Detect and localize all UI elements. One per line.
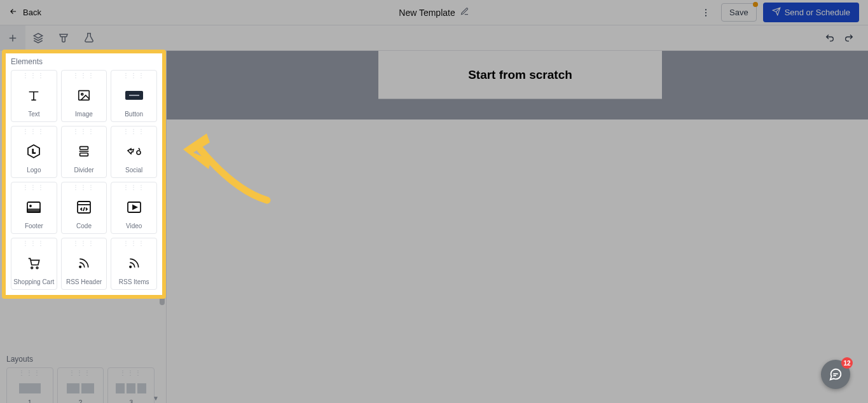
element-cart[interactable]: ⋮⋮⋮Shopping Cart — [11, 238, 57, 290]
chat-badge: 12 — [841, 357, 853, 369]
drag-handle-icon: ⋮⋮⋮ — [22, 73, 45, 79]
drag-handle-icon: ⋮⋮⋮ — [72, 241, 95, 247]
undo-button[interactable] — [821, 29, 839, 47]
layout-2col[interactable]: ⋮⋮⋮ 2 — [57, 367, 104, 403]
annotation-arrow — [172, 121, 280, 210]
send-label: Send or Schedule — [785, 8, 850, 17]
element-label: Code — [76, 222, 92, 233]
element-label: Button — [125, 111, 143, 121]
cart-icon — [27, 247, 41, 278]
element-rss[interactable]: ⋮⋮⋮RSS Items — [111, 238, 157, 290]
more-menu-icon[interactable] — [697, 4, 715, 22]
canvas-title-card: Start from scratch — [378, 51, 662, 99]
svg-point-19 — [79, 266, 81, 268]
elements-title: Elements — [11, 57, 157, 66]
chat-button[interactable]: 12 — [821, 360, 850, 389]
element-label: RSS Header — [66, 278, 102, 289]
logo-icon: L — [26, 135, 41, 167]
text-icon — [27, 79, 41, 111]
save-label: Save — [729, 8, 748, 17]
drag-handle-icon: ⋮⋮⋮ — [72, 73, 95, 79]
element-label: Divider — [74, 167, 93, 177]
svg-rect-13 — [27, 209, 40, 212]
history-controls — [821, 29, 868, 47]
layout-preview — [19, 377, 41, 399]
layouts-section: Layouts ⋮⋮⋮ 1 ⋮⋮⋮ 2 ⋮⋮⋮ 3 ⋮⋮⋮ ⋮⋮ — [0, 350, 161, 403]
element-logo[interactable]: ⋮⋮⋮LLogo — [11, 126, 57, 178]
drag-handle-icon: ⋮⋮⋮ — [18, 371, 41, 377]
header-bar: Back New Template Save Send or Schedule — [0, 0, 868, 25]
footer-icon — [26, 191, 41, 222]
svg-rect-9 — [80, 146, 88, 149]
code-icon — [76, 191, 92, 222]
element-label: RSS Items — [119, 278, 149, 289]
svg-point-11 — [137, 151, 141, 154]
layers-tab[interactable] — [25, 25, 51, 51]
layout-label: 2 — [79, 399, 83, 403]
drag-handle-icon: ⋮⋮⋮ — [72, 129, 95, 135]
svg-text:L: L — [32, 148, 36, 154]
svg-rect-15 — [78, 202, 90, 213]
element-video[interactable]: ⋮⋮⋮Video — [111, 182, 157, 234]
back-button[interactable]: Back — [0, 7, 50, 18]
layout-preview — [67, 377, 94, 399]
pencil-icon — [460, 7, 469, 18]
element-social[interactable]: ⋮⋮⋮Social — [111, 126, 157, 178]
drag-handle-icon: ⋮⋮⋮ — [123, 241, 146, 247]
element-label: Shopping Cart — [13, 278, 54, 289]
divider-icon — [77, 135, 91, 167]
element-label: Text — [28, 111, 39, 121]
element-button[interactable]: ⋮⋮⋮Button — [111, 70, 157, 122]
test-tab[interactable] — [76, 25, 102, 51]
element-label: Social — [125, 167, 142, 177]
editor-toolbar — [0, 25, 868, 51]
element-image[interactable]: ⋮⋮⋮Image — [61, 70, 107, 122]
layout-3col[interactable]: ⋮⋮⋮ 3 — [107, 367, 155, 403]
drag-handle-icon: ⋮⋮⋮ — [123, 129, 146, 135]
element-text[interactable]: ⋮⋮⋮Text — [11, 70, 57, 122]
layout-1col[interactable]: ⋮⋮⋮ 1 — [6, 367, 53, 403]
svg-point-14 — [30, 205, 31, 207]
svg-point-1 — [705, 11, 706, 13]
drag-handle-icon: ⋮⋮⋮ — [123, 185, 146, 191]
canvas-heading: Start from scratch — [468, 68, 572, 82]
rss-icon — [78, 247, 90, 278]
styles-tab[interactable] — [51, 25, 76, 51]
element-label: Video — [126, 222, 142, 233]
svg-point-4 — [81, 93, 83, 95]
social-icon — [126, 135, 142, 167]
element-rss[interactable]: ⋮⋮⋮RSS Header — [61, 238, 107, 290]
scroll-down-icon[interactable]: ▼ — [153, 395, 159, 402]
title-area[interactable]: New Template — [399, 7, 469, 18]
video-icon — [127, 191, 142, 222]
layout-label: 3 — [129, 399, 133, 403]
svg-point-0 — [705, 9, 706, 10]
save-button[interactable]: Save — [721, 3, 757, 22]
drag-handle-icon: ⋮⋮⋮ — [69, 371, 92, 377]
element-footer[interactable]: ⋮⋮⋮Footer — [11, 182, 57, 234]
svg-point-2 — [705, 15, 706, 16]
unsaved-indicator — [753, 2, 758, 7]
back-label: Back — [23, 8, 41, 17]
drag-handle-icon: ⋮⋮⋮ — [72, 185, 95, 191]
redo-button[interactable] — [840, 29, 858, 47]
arrow-left-icon — [9, 7, 18, 18]
svg-rect-6 — [129, 95, 139, 96]
svg-point-18 — [36, 266, 38, 268]
element-label: Footer — [25, 222, 43, 233]
svg-rect-10 — [80, 153, 88, 156]
header-actions: Save Send or Schedule — [697, 3, 868, 22]
button-icon — [125, 79, 143, 111]
rss-icon — [128, 247, 141, 278]
send-button[interactable]: Send or Schedule — [763, 3, 859, 22]
svg-rect-3 — [79, 90, 90, 100]
layout-preview — [116, 377, 146, 399]
element-label: Image — [75, 111, 93, 121]
add-element-tab[interactable] — [0, 25, 25, 51]
template-title: New Template — [399, 8, 455, 18]
drag-handle-icon: ⋮⋮⋮ — [22, 129, 45, 135]
element-code[interactable]: ⋮⋮⋮Code — [61, 182, 107, 234]
image-icon — [77, 79, 91, 111]
layouts-title: Layouts — [6, 355, 155, 364]
element-divider[interactable]: ⋮⋮⋮Divider — [61, 126, 107, 178]
